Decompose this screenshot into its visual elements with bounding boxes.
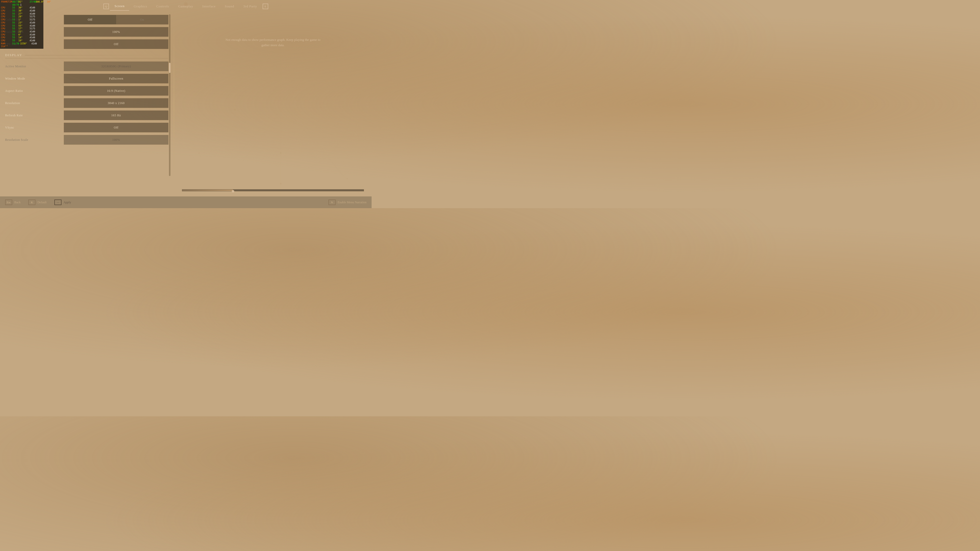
- fov-control[interactable]: 100%: [64, 27, 169, 37]
- active-monitor-row: Active Monitor 32GK850G (Primary): [5, 61, 169, 72]
- vsync-label: VSync: [5, 126, 64, 130]
- tab-sound[interactable]: Sound: [220, 2, 239, 11]
- scroll-thumb[interactable]: [169, 63, 170, 73]
- tab-graphics[interactable]: Graphics: [129, 2, 151, 11]
- vram-usage-text: 6847 MB / 24156 MB: [339, 185, 364, 188]
- vsync-row: VSync Off: [5, 122, 169, 133]
- system-info: CPU: AMD Ryzen 9 7950X3D 16-Core Process…: [182, 156, 364, 181]
- fps-limit-control[interactable]: Off: [64, 39, 169, 49]
- section-divider: [25, 55, 169, 56]
- refresh-rate-control[interactable]: 165 Hz: [64, 110, 169, 120]
- refresh-rate-row: Refresh Rate 165 Hz: [5, 110, 169, 121]
- resolution-scale-value: 100%: [112, 138, 120, 142]
- main-container: ❋ Q Screen Graphics Controls Gameplay In…: [0, 0, 372, 208]
- aspect-ratio-row: Aspect Ratio 16:9 (Native): [5, 86, 169, 96]
- window-mode-control[interactable]: Fullscreen: [64, 74, 169, 83]
- window-mode-label: Window Mode: [5, 77, 64, 81]
- bottom-bar: Esc Back R Default — Apply N Enable Menu…: [0, 197, 372, 208]
- back-label: Back: [14, 200, 21, 204]
- fov-value: 100%: [112, 30, 120, 34]
- content-area: Color Filter Off On Field of View 100% F…: [0, 12, 372, 197]
- tab-controls[interactable]: Controls: [151, 2, 173, 11]
- vram-bar-fill: [182, 189, 233, 191]
- default-action[interactable]: R Default: [28, 200, 47, 205]
- tab-gameplay[interactable]: Gameplay: [173, 2, 198, 11]
- display-info: Display: 32GK850G: [182, 165, 364, 171]
- resolution-label: Resolution: [5, 101, 64, 105]
- vram-label-row: VRAM (NVIDIA GeForce RTX 4090) 6847 MB /…: [182, 185, 364, 188]
- vsync-control[interactable]: Off: [64, 123, 169, 132]
- gpu-info: GPU: NVIDIA GeForce RTX 4090: [182, 160, 364, 165]
- color-filter-on-btn[interactable]: On: [116, 15, 168, 24]
- apply-key: —: [54, 200, 62, 205]
- refresh-rate-value: 165 Hz: [111, 114, 121, 118]
- active-monitor-value: 32GK850G (Primary): [101, 65, 131, 68]
- default-label: Default: [38, 200, 47, 204]
- os-info: OS: Windows 10 Business Edition 64-bit (…: [182, 170, 364, 176]
- nav-bar: ❋ Q Screen Graphics Controls Gameplay In…: [0, 0, 372, 12]
- narration-action[interactable]: N Enable Menu Narration: [328, 200, 366, 205]
- aspect-ratio-label: Aspect Ratio: [5, 89, 64, 93]
- tab-screen[interactable]: Screen: [110, 2, 129, 11]
- scrollbar[interactable]: [169, 14, 170, 176]
- window-mode-row: Window Mode Fullscreen: [5, 73, 169, 84]
- vram-label-text: VRAM (NVIDIA GeForce RTX 4090): [182, 185, 226, 188]
- apply-label: Apply: [64, 200, 71, 204]
- tab-interface[interactable]: Interface: [198, 2, 220, 11]
- color-filter-off-btn[interactable]: Off: [64, 15, 116, 24]
- active-monitor-control: 32GK850G (Primary): [64, 62, 169, 71]
- aspect-ratio-value: 16:9 (Native): [107, 89, 125, 93]
- tab-3rdparty[interactable]: 3rd Party: [239, 2, 262, 11]
- vsync-value: Off: [114, 126, 118, 130]
- refresh-rate-label: Refresh Rate: [5, 114, 64, 118]
- apply-action: — Apply: [54, 200, 71, 205]
- back-key: Esc: [5, 200, 12, 205]
- resolution-value: 3840 x 2160: [108, 101, 125, 105]
- info-panel: Not enough data to show performance grap…: [174, 12, 372, 197]
- resolution-row: Resolution 3840 x 2160: [5, 98, 169, 108]
- driver-info: Driver: 537.42: [182, 176, 364, 181]
- window-mode-value: Fullscreen: [109, 77, 123, 81]
- narration-label: Enable Menu Narration: [338, 200, 366, 204]
- resolution-scale-label: Resolution Scale: [5, 138, 64, 142]
- fps-limit-value: Off: [114, 42, 118, 46]
- back-action[interactable]: Esc Back: [5, 200, 21, 205]
- nav-key-q[interactable]: Q: [103, 3, 109, 9]
- default-key: R: [28, 200, 35, 205]
- display-section-header: DISPLAY: [5, 53, 169, 59]
- cpu-info: CPU: AMD Ryzen 9 7950X3D 16-Core Process…: [182, 156, 364, 160]
- narration-key: N: [328, 200, 336, 205]
- aspect-ratio-control[interactable]: 16:9 (Native): [64, 86, 169, 96]
- active-monitor-label: Active Monitor: [5, 65, 64, 68]
- resolution-control[interactable]: 3840 x 2160: [64, 98, 169, 108]
- resolution-scale-row: Resolution Scale 100%: [5, 135, 169, 145]
- vram-section: VRAM (NVIDIA GeForce RTX 4090) 6847 MB /…: [182, 185, 364, 191]
- color-filter-control[interactable]: Off On: [64, 15, 169, 24]
- performance-notice: Not enough data to show performance grap…: [222, 37, 324, 48]
- vram-bar: [182, 189, 364, 191]
- nav-key-e[interactable]: E: [262, 3, 268, 9]
- vram-indicator: [232, 190, 234, 192]
- resolution-scale-control: 100%: [64, 135, 169, 144]
- performance-overlay: FRAMETIM48/7291°27/80386.0°34° 48/701 CP…: [0, 0, 43, 49]
